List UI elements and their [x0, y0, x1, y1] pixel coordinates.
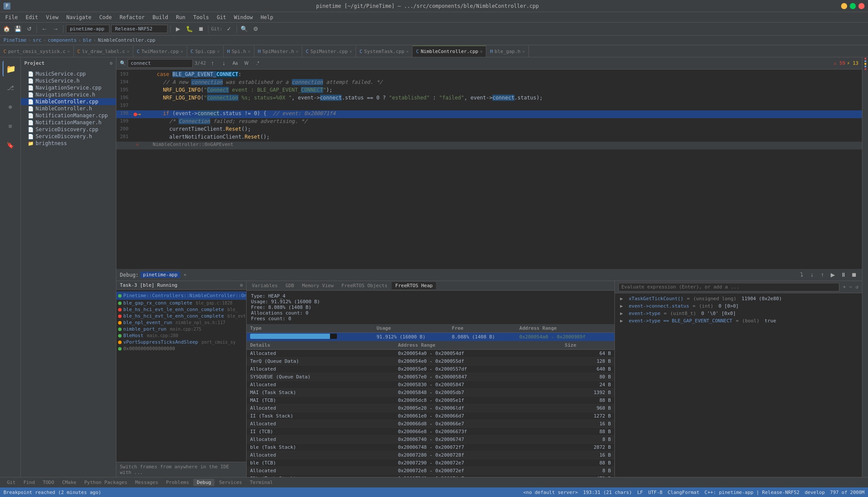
debug-resume[interactable]: ▶ — [828, 270, 838, 280]
toolbar-debug-btn[interactable]: 🐛 — [185, 24, 194, 34]
freertos-row-9[interactable]: Allocated 0x200066d8 - 0x200066e7 16 B — [247, 420, 614, 428]
tab-close-3[interactable]: × — [217, 49, 220, 54]
frt-tab-gdb[interactable]: GDB — [282, 282, 298, 289]
activity-pullreq[interactable]: ⊕ — [3, 99, 18, 115]
expression-input[interactable] — [618, 283, 839, 292]
refresh-watch-icon[interactable]: ↺ — [855, 284, 858, 290]
tab-spi-cpp[interactable]: CSpi.cpp× — [187, 46, 224, 57]
tab-nimble-cpp[interactable]: CNimbleController.cpp× — [413, 46, 486, 57]
close-button[interactable] — [858, 3, 865, 9]
maximize-button[interactable] — [850, 3, 856, 9]
toolbar-search-btn[interactable]: 🔍 — [240, 24, 249, 34]
tab-close-7[interactable]: × — [406, 49, 409, 54]
bottom-tab-find[interactable]: Find — [20, 479, 39, 486]
menu-refactor[interactable]: Refactor — [116, 13, 148, 21]
sidebar-item-brightness[interactable]: 📁 brightness — [21, 140, 116, 147]
activity-git[interactable]: ⎇ — [3, 80, 18, 96]
task-settings-icon[interactable]: ⚙ — [240, 282, 243, 288]
watch-expand-0[interactable]: ▶ — [620, 296, 627, 302]
frame-blehost[interactable]: BleHost main.cpp:280 — [116, 332, 246, 339]
toolbar-save-btn[interactable]: 💾 — [13, 24, 23, 34]
tab-lv-draw[interactable]: Clv_draw_label.c× — [74, 46, 133, 57]
freertos-row-15[interactable]: Allocated 0x200072e8 - 0x200072ef 8 B — [247, 467, 614, 475]
watch-item-1[interactable]: ▶ event->connect.status = (int) 0 [0>0] — [615, 302, 862, 310]
sidebar-item-notifmgr-h[interactable]: 📄 NotificationManager.h — [21, 119, 116, 126]
freertos-row-2[interactable]: Allocated 0x200055e0 - 0x2000557df 640 B — [247, 365, 614, 373]
sidebar-item-notifmgr-cpp[interactable]: 📄 NotificationManager.cpp — [21, 112, 116, 119]
menu-tools[interactable]: Tools — [190, 13, 212, 21]
tab-twimaster[interactable]: CTwiMaster.cpp× — [133, 46, 187, 57]
freertos-row-8[interactable]: II (Task Stack) 0x200061e0 - 0x200066d7 … — [247, 412, 614, 420]
debug-pause[interactable]: ⏸ — [838, 270, 848, 280]
menu-code[interactable]: Code — [96, 13, 116, 21]
breadcrumb-pinetime[interactable]: PineTime — [3, 37, 26, 43]
freertos-row-12[interactable]: ble (Task Stack) 0x20006748 - 0x200072f7… — [247, 444, 614, 451]
frame-npl-event[interactable]: ble_npl_event_run nimble_npl_os.h:117 — [116, 319, 246, 326]
freertos-row-5[interactable]: MAI (Task Stack) 0x20005848 - 0x20005db7… — [247, 389, 614, 397]
tab-close-8[interactable]: × — [480, 49, 482, 54]
search-prev-btn[interactable]: ↑ — [208, 59, 218, 68]
breadcrumb-components[interactable]: components — [48, 37, 76, 43]
tab-close-0[interactable]: × — [67, 49, 70, 54]
tab-ble-gap[interactable]: Hble_gap.h× — [486, 46, 528, 57]
menu-navigate[interactable]: Navigate — [63, 13, 95, 21]
freertos-row-10[interactable]: II (TCB) 0x200066e8 - 0x20006673f 88 B — [247, 428, 614, 436]
sidebar-item-navservice-cpp[interactable]: 📄 NavigationService.cpp — [21, 84, 116, 91]
tab-port-cmsis[interactable]: Cport_cmsis_systick.c× — [0, 46, 74, 57]
debug-step-out[interactable]: ↑ — [818, 270, 827, 280]
toolbar-stop-btn[interactable]: ⏹ — [196, 24, 205, 34]
activity-structure[interactable]: ≡ — [3, 118, 18, 134]
frame-nimble-port[interactable]: nimble_port_run main.cpp:275 — [116, 326, 246, 332]
watch-item-3[interactable]: ▶ event->type == BLE_GAP_EVENT_CONNECT =… — [615, 317, 862, 325]
frt-tab-memory[interactable]: Memory View — [298, 282, 337, 289]
search-match-case-btn[interactable]: Aa — [231, 59, 240, 68]
sidebar-item-navservice-h[interactable]: 📄 NavigationService.h — [21, 91, 116, 98]
remove-watch-icon[interactable]: − — [849, 284, 852, 290]
activity-project[interactable]: 📁 — [3, 61, 18, 76]
toolbar-run-btn[interactable]: ▶ — [173, 24, 183, 34]
bottom-tab-debug[interactable]: Debug — [193, 479, 215, 486]
tab-close-5[interactable]: × — [296, 49, 298, 54]
bottom-tab-cmake[interactable]: CMake — [59, 479, 80, 486]
freertos-row-1[interactable]: TmrQ (Queue Data) 0x200054e0 - 0x200055d… — [247, 358, 614, 365]
bottom-tab-problems[interactable]: Problems — [162, 479, 192, 486]
freertos-row-6[interactable]: MAI (TCB) 0x20005dc8 - 0x20005e1f 88 B — [247, 397, 614, 404]
window-controls[interactable] — [841, 3, 865, 9]
toolbar-git-check[interactable]: ✓ — [224, 24, 234, 34]
bottom-tab-services[interactable]: Services — [215, 479, 245, 486]
watch-item-2[interactable]: ▶ event->type = (uint8_t) 0 '\0' [0x0] — [615, 310, 862, 317]
search-whole-word-btn[interactable]: W — [242, 59, 251, 68]
breadcrumb-src[interactable]: src — [33, 37, 42, 43]
breadcrumb-file[interactable]: NimbleController.cpp — [98, 37, 155, 43]
frame-unknown[interactable]: 0x0000000000000000 — [116, 345, 246, 352]
tab-spimaster-h[interactable]: HSpiMaster.h× — [254, 46, 303, 57]
frame-vport[interactable]: vPortSuppressTicksAndSleep port_cmsis_sy — [116, 339, 246, 345]
tab-close-1[interactable]: × — [127, 49, 129, 54]
frame-nimble[interactable]: Pinetime::Controllers::NimbleController:… — [116, 292, 246, 300]
search-next-btn[interactable]: ↓ — [219, 59, 229, 68]
heap-scroller[interactable]: Details Address Range Size Allocated 0x2… — [247, 341, 614, 477]
toolbar-settings-btn[interactable]: ⚙ — [251, 24, 261, 34]
freertos-row-7[interactable]: Allocated 0x20005e20 - 0x20006ldf 960 B — [247, 404, 614, 412]
freertos-row-4[interactable]: Allocated 0x20005830 - 0x20005847 24 B — [247, 381, 614, 389]
sidebar-item-svcdisc-cpp[interactable]: 📄 ServiceDiscovery.cpp — [21, 126, 116, 133]
debug-close-icon[interactable]: × — [184, 272, 187, 278]
bottom-tab-todo[interactable]: TODO — [39, 479, 58, 486]
frame-hci-enh-1[interactable]: ble_hs_hci_evt_le_enh_conn_complete ble_ — [116, 306, 246, 313]
minimize-button[interactable] — [841, 3, 847, 9]
menu-edit[interactable]: Edit — [22, 13, 42, 21]
menu-git[interactable]: Git — [213, 13, 230, 21]
tab-systemtask[interactable]: CSystemTask.cpp× — [356, 46, 413, 57]
freertos-row-14[interactable]: ble (TCB) 0x20007290 - 0x200072e7 88 B — [247, 459, 614, 467]
debug-session[interactable]: pinetime-app — [140, 272, 180, 278]
menu-run[interactable]: Run — [172, 13, 189, 21]
heap-row-0[interactable]: 91.912% (16000 B) 8.088% (1408 B) 0x2000… — [247, 333, 614, 341]
watch-expand-1[interactable]: ▶ — [620, 303, 627, 309]
search-input[interactable] — [128, 59, 193, 68]
watch-expand-2[interactable]: ▶ — [620, 311, 627, 316]
freertos-row-11[interactable]: Allocated 0x20006740 - 0x20006747 8 B — [247, 436, 614, 444]
sidebar-item-nimble-h[interactable]: 📄 NimbleController.h — [21, 105, 116, 112]
tab-close-9[interactable]: × — [522, 49, 525, 54]
tab-spi-h[interactable]: HSpi.h× — [224, 46, 254, 57]
debug-step-over[interactable]: ⤵ — [797, 270, 806, 280]
